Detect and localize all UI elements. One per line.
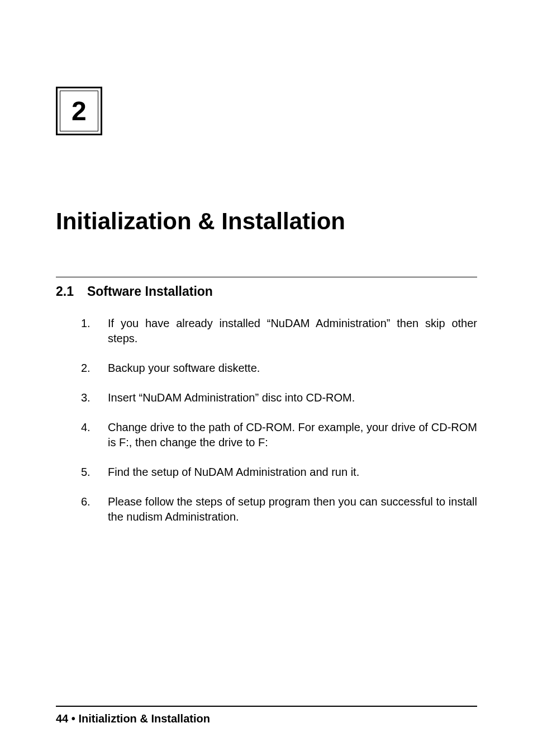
page-number: 44 bbox=[56, 712, 68, 725]
footer-divider bbox=[56, 706, 477, 707]
step-number: 3. bbox=[81, 390, 108, 405]
list-item: 6. Please follow the steps of setup prog… bbox=[81, 494, 477, 525]
footer-bullet: • bbox=[72, 712, 75, 725]
chapter-number-box-inner: 2 bbox=[60, 91, 98, 131]
chapter-title: Initialization & Installation bbox=[56, 208, 477, 235]
footer-label: Initializtion & Installation bbox=[78, 712, 210, 725]
step-number: 6. bbox=[81, 494, 108, 525]
steps-list: 1. If you have already installed “NuDAM … bbox=[56, 316, 477, 525]
list-item: 2. Backup your software diskette. bbox=[81, 361, 477, 376]
step-text: Insert “NuDAM Administration” disc into … bbox=[108, 390, 477, 405]
list-item: 4. Change drive to the path of CD-ROM. F… bbox=[81, 420, 477, 450]
step-text: Change drive to the path of CD-ROM. For … bbox=[108, 420, 477, 450]
page-footer: 44 • Initializtion & Installation bbox=[56, 706, 477, 725]
list-item: 3. Insert “NuDAM Administration” disc in… bbox=[81, 390, 477, 405]
section-number: 2.1 bbox=[56, 284, 74, 299]
list-item: 5. Find the setup of NuDAM Administratio… bbox=[81, 465, 477, 480]
step-text: Find the setup of NuDAM Administration a… bbox=[108, 465, 477, 480]
step-number: 1. bbox=[81, 316, 108, 346]
section-title: Software Installation bbox=[87, 284, 213, 299]
step-number: 2. bbox=[81, 361, 108, 376]
step-text: If you have already installed “NuDAM Adm… bbox=[108, 316, 477, 346]
list-item: 1. If you have already installed “NuDAM … bbox=[81, 316, 477, 346]
footer-text: 44 • Initializtion & Installation bbox=[56, 712, 477, 725]
chapter-number: 2 bbox=[72, 96, 87, 126]
step-text: Backup your software diskette. bbox=[108, 361, 477, 376]
step-text: Please follow the steps of setup program… bbox=[108, 494, 477, 525]
section-header: 2.1 Software Installation bbox=[56, 284, 477, 299]
section-divider bbox=[56, 277, 477, 277]
chapter-number-box: 2 bbox=[56, 87, 102, 135]
step-number: 5. bbox=[81, 465, 108, 480]
step-number: 4. bbox=[81, 420, 108, 450]
